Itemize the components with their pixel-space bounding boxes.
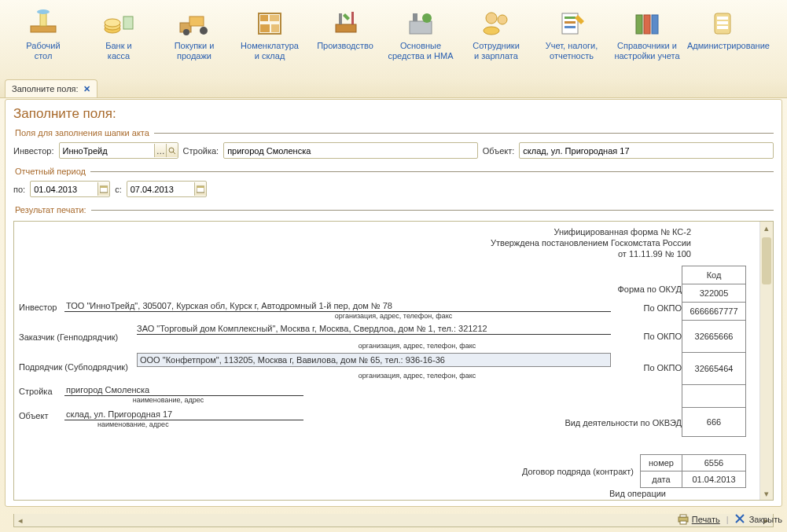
- printer-icon: [678, 514, 689, 525]
- desk-icon: [25, 8, 61, 38]
- date-to-field[interactable]: [127, 181, 207, 197]
- svg-rect-41: [197, 186, 204, 188]
- vertical-scrollbar[interactable]: ▴ ▾: [759, 222, 773, 500]
- doc-podryadchik-value[interactable]: ООО "Конфетпром", 113205, Москва г, Вави…: [137, 353, 611, 367]
- plant-icon: [403, 8, 439, 38]
- section-label: Сотрудникии зарплата: [461, 41, 531, 61]
- svg-rect-0: [31, 26, 56, 32]
- stroyka-field[interactable]: [223, 142, 478, 159]
- okpo-label-2: По ОКПО: [643, 332, 682, 341]
- svg-rect-27: [565, 21, 576, 24]
- okpo-label-3: По ОКПО: [643, 363, 682, 372]
- bottom-bar: Печать | Закрыть: [5, 510, 782, 529]
- code-header: Код: [682, 266, 746, 284]
- section-staff[interactable]: Сотрудникии зарплата: [461, 5, 531, 77]
- section-label: Справочники инастройки учета: [612, 41, 682, 61]
- section-sales[interactable]: Покупки ипродажи: [159, 5, 230, 77]
- svg-line-37: [173, 152, 175, 154]
- doc-podryadchik-sub: организация, адрес, телефон, факс: [223, 372, 611, 380]
- group-header-legend: Поля для заполнения шапки акта: [13, 128, 154, 138]
- doc-stroyka-label: Стройка: [19, 387, 64, 396]
- contract-date-value: 01.04.2013: [682, 471, 746, 488]
- date-to-input[interactable]: [127, 182, 194, 196]
- svg-point-24: [498, 15, 507, 24]
- svg-rect-44: [680, 521, 686, 524]
- truck-icon: [176, 8, 212, 38]
- svg-rect-14: [260, 24, 270, 32]
- scroll-up-icon[interactable]: ▴: [760, 222, 773, 234]
- section-admin[interactable]: Администрирование: [687, 5, 758, 77]
- period-to-label: с:: [115, 185, 122, 194]
- close-icon[interactable]: ✕: [83, 84, 90, 94]
- doc-investor-label: Инвестор: [19, 303, 64, 312]
- doc-zakazchik-label: Заказчик (Генподрядчик): [19, 323, 137, 342]
- doc-stroyka-sub: наименование, адрес: [66, 396, 270, 404]
- doc-uni1: Унифицированная форма № КС-2: [20, 226, 691, 237]
- print-button[interactable]: Печать: [678, 514, 720, 525]
- doc-investor-sub: организация, адрес, телефон, факс: [176, 312, 611, 320]
- calendar-icon[interactable]: [194, 182, 206, 196]
- stroyka-input[interactable]: [224, 144, 477, 157]
- section-assets[interactable]: Основныесредства и НМА: [385, 5, 456, 77]
- period-from-label: по:: [13, 185, 25, 194]
- scroll-thumb[interactable]: [762, 237, 771, 284]
- stroyka-code: [682, 385, 746, 408]
- calendar-icon[interactable]: [97, 182, 109, 196]
- svg-rect-26: [565, 17, 576, 19]
- section-toolbar: Рабочийстол Банк икасса Покупки ипродажи…: [0, 0, 787, 79]
- report-icon: [553, 8, 590, 38]
- group-period-legend: Отчетный период: [13, 167, 90, 176]
- okud-value: 322005: [682, 284, 746, 303]
- section-bank[interactable]: Банк икасса: [83, 5, 154, 77]
- section-stock[interactable]: Номенклатураи склад: [234, 5, 305, 77]
- close-icon: [735, 514, 746, 525]
- search-icon[interactable]: [166, 144, 178, 157]
- tab-title: Заполните поля:: [12, 84, 79, 94]
- page-title: Заполните поля:: [13, 106, 774, 122]
- svg-point-22: [484, 27, 499, 35]
- section-production[interactable]: Производство: [310, 5, 381, 77]
- form-panel: Заполните поля: Поля для заполнения шапк…: [5, 99, 782, 507]
- okved-value: 666: [682, 408, 746, 437]
- section-label: Основныесредства и НМА: [385, 41, 456, 61]
- podryadchik-okpo: 32665464: [682, 353, 746, 385]
- svg-rect-30: [644, 15, 650, 34]
- close-button[interactable]: Закрыть: [735, 514, 782, 525]
- group-result: Результат печати:: [13, 205, 774, 219]
- coins-icon: [101, 8, 137, 38]
- svg-rect-34: [717, 21, 728, 24]
- date-from-field[interactable]: [30, 181, 110, 197]
- section-label: Учет, налоги,отчетность: [536, 41, 607, 61]
- investor-input[interactable]: [60, 144, 155, 157]
- doc-uni3: от 11.11.99 № 100: [20, 248, 691, 259]
- section-label: Рабочийстол: [8, 41, 79, 61]
- svg-rect-29: [636, 15, 642, 34]
- scroll-down-icon[interactable]: ▾: [760, 487, 773, 500]
- object-input[interactable]: [520, 144, 773, 157]
- svg-point-21: [422, 13, 432, 23]
- doc-contract-label: Договор подряда (контракт): [522, 467, 634, 476]
- dropdown-icon[interactable]: …: [154, 144, 166, 157]
- section-tax[interactable]: Учет, налоги,отчетность: [536, 5, 607, 77]
- tab-form[interactable]: Заполните поля: ✕: [5, 79, 97, 97]
- print-label: Печать: [692, 515, 720, 524]
- date-from-input[interactable]: [31, 182, 97, 196]
- section-label: Покупки ипродажи: [159, 41, 230, 61]
- section-desktop[interactable]: Рабочийстол: [8, 5, 79, 77]
- svg-rect-20: [413, 13, 417, 21]
- group-header: Поля для заполнения шапки акта Инвестор:…: [13, 128, 774, 162]
- section-refs[interactable]: Справочники инастройки учета: [612, 5, 682, 77]
- doc-vid-oper: Вид операции: [609, 489, 666, 498]
- section-label: Производство: [310, 41, 381, 51]
- doc-podryadchik-label: Подрядчик (Субподрядчик): [19, 353, 137, 372]
- investor-field[interactable]: …: [59, 142, 178, 159]
- doc-object-label: Объект: [19, 411, 64, 420]
- okpo-label-1: По ОКПО: [643, 303, 682, 313]
- section-label: Администрирование: [687, 41, 758, 51]
- svg-rect-13: [270, 15, 279, 21]
- object-field[interactable]: [519, 142, 774, 159]
- contract-num-value: 6556: [682, 455, 746, 471]
- server-icon: [704, 8, 741, 38]
- contract-table: номер 6556 дата 01.04.2013: [640, 454, 746, 488]
- svg-rect-12: [260, 15, 268, 21]
